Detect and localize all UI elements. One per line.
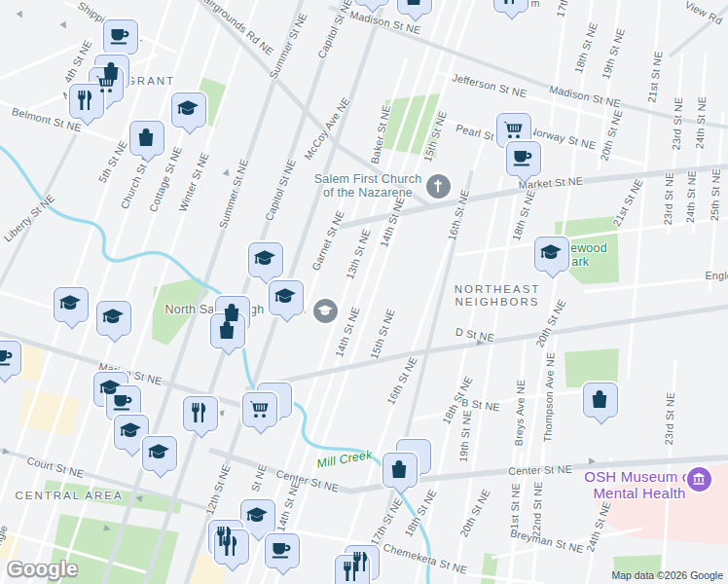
bag-icon bbox=[215, 318, 238, 342]
poi-circle-church[interactable] bbox=[426, 174, 451, 199]
cart-icon bbox=[247, 397, 271, 420]
grad-icon bbox=[58, 292, 82, 315]
restaurant-icon bbox=[74, 89, 97, 112]
map-pin-coffee[interactable] bbox=[506, 141, 541, 176]
map-pin-coffee[interactable] bbox=[265, 533, 300, 568]
grad-icon bbox=[176, 97, 200, 121]
coffee-icon bbox=[108, 24, 131, 48]
map-pin-bag[interactable] bbox=[129, 121, 164, 156]
church-icon bbox=[429, 177, 447, 195]
map-pin-bag[interactable] bbox=[397, 0, 432, 15]
grad-icon bbox=[539, 241, 563, 265]
bag-icon bbox=[387, 457, 411, 481]
google-logo[interactable]: Google bbox=[8, 558, 78, 580]
museum-label: OSH Museum of Mental Health bbox=[584, 468, 694, 502]
map-pin-grad[interactable] bbox=[171, 92, 206, 128]
bag-icon bbox=[588, 387, 611, 411]
map-pin-coffee[interactable] bbox=[103, 19, 138, 55]
grad-icon bbox=[273, 285, 297, 309]
school-cap-icon bbox=[316, 302, 334, 319]
map-pin-grad[interactable] bbox=[534, 237, 569, 272]
coffee-icon bbox=[0, 346, 15, 369]
map-pin-bag[interactable] bbox=[382, 453, 418, 488]
map-pin-bag[interactable] bbox=[583, 383, 618, 418]
street-label: 22nd St NE bbox=[530, 481, 544, 537]
map-pin-grad[interactable] bbox=[240, 499, 275, 534]
map-pin-restaurant[interactable] bbox=[214, 529, 249, 565]
street-label: Center St NE bbox=[508, 463, 572, 478]
poi-circle-school-cap[interactable] bbox=[313, 299, 338, 323]
area-label: GRANT bbox=[127, 75, 175, 88]
restaurant-icon bbox=[498, 0, 522, 6]
bag-icon bbox=[134, 126, 158, 149]
street-label: 25th St NE bbox=[709, 168, 722, 222]
grad-icon bbox=[119, 420, 142, 443]
poi-circle-museum[interactable] bbox=[687, 467, 711, 492]
restaurant-icon bbox=[188, 401, 211, 424]
coffee-icon bbox=[270, 538, 293, 562]
cart-icon bbox=[501, 118, 525, 141]
street-label: Breys Ave NE bbox=[513, 379, 528, 446]
grad-icon bbox=[147, 441, 170, 464]
map-pin-grad[interactable] bbox=[96, 301, 131, 336]
area-label: CENTRAL AREA bbox=[15, 490, 123, 502]
coffee-icon bbox=[111, 390, 134, 414]
grad-icon bbox=[245, 504, 269, 528]
map-canvas[interactable]: Shipping St NEFairgrounds Rd NE4th St NE… bbox=[0, 0, 728, 584]
street-label: 23rd St NE bbox=[662, 171, 675, 225]
map-pin-grad[interactable] bbox=[142, 436, 177, 471]
map-attribution: Map data ©2026 Google bbox=[611, 569, 723, 581]
grad-icon bbox=[101, 306, 125, 329]
map-pin-restaurant[interactable] bbox=[493, 0, 528, 13]
restaurant-icon bbox=[340, 560, 363, 583]
coffee-icon bbox=[511, 146, 534, 169]
map-pin-cart[interactable] bbox=[242, 392, 277, 427]
street-label: Englewood bbox=[705, 270, 728, 281]
bag-icon bbox=[402, 0, 425, 8]
map-pin-restaurant[interactable] bbox=[183, 396, 218, 431]
street-label: 23rd St NE bbox=[663, 391, 676, 445]
grad-icon bbox=[253, 247, 276, 271]
map-pin-grad[interactable] bbox=[54, 287, 89, 322]
map-pin-blank[interactable] bbox=[354, 0, 389, 6]
map-pin-coffee[interactable] bbox=[0, 341, 21, 376]
map-pin-grad[interactable] bbox=[269, 280, 304, 315]
church-label: Salem First Church of the Nazarene bbox=[314, 172, 422, 201]
area-label: NORTHEAST NEIGHBORS bbox=[455, 283, 541, 309]
street-label: m bbox=[530, 0, 539, 9]
street-label: 24th St NE bbox=[684, 170, 698, 224]
museum-icon bbox=[690, 470, 708, 488]
restaurant-icon bbox=[219, 534, 242, 558]
map-pin-grad[interactable] bbox=[248, 242, 283, 277]
